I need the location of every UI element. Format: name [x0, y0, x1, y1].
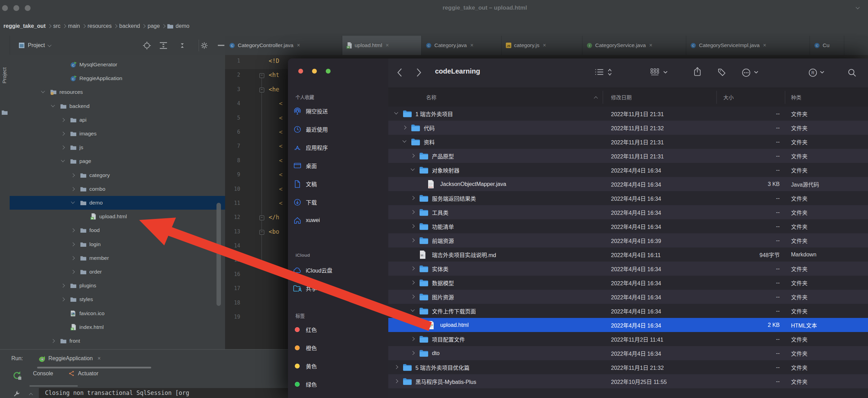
finder-zoom-button[interactable] [326, 69, 331, 74]
breadcrumb-item-page[interactable]: page [147, 23, 160, 29]
tree-item-resources[interactable]: resources [10, 85, 225, 99]
column-date[interactable]: 修改日期 [611, 93, 632, 101]
back-button[interactable] [397, 68, 402, 77]
file-row-瑞吉外卖项目实战说明.md[interactable]: M↓瑞吉外卖项目实战说明.md2022年4月4日 16:11948字节Markd… [388, 247, 868, 262]
tree-item-login[interactable]: login [10, 237, 225, 251]
tree-item-demo[interactable]: demo [10, 196, 225, 210]
view-list-button[interactable] [594, 68, 604, 76]
chevron-right-icon[interactable] [71, 187, 75, 191]
editor-tab-CategoryService.java[interactable]: ICategoryService.java× [582, 36, 686, 55]
r-badge-button[interactable]: R [808, 68, 817, 77]
tree-item-backend[interactable]: backend [10, 99, 225, 113]
sidebar-item-共享[interactable]: 共享 [293, 281, 383, 296]
chevron-down-icon[interactable] [61, 158, 65, 162]
sidebar-item-桌面[interactable]: 桌面 [293, 158, 383, 173]
locate-file-button[interactable] [143, 36, 151, 55]
breadcrumb-item-resources[interactable]: resources [88, 23, 112, 29]
file-row-项目配置文件[interactable]: 项目配置文件2022年11月2日 11:41--文件夹 [388, 332, 868, 346]
chevron-right-icon[interactable] [51, 339, 55, 343]
tree-item-api[interactable]: api [10, 113, 225, 127]
search-icon[interactable] [847, 68, 857, 77]
chevron-right-icon[interactable] [411, 280, 414, 284]
column-divider[interactable] [785, 91, 785, 104]
window-zoom-button[interactable] [25, 5, 31, 11]
tree-scrollbar[interactable] [216, 203, 221, 306]
rerun-button[interactable] [12, 371, 22, 380]
chevron-right-icon[interactable] [411, 295, 414, 298]
file-row-功能清单[interactable]: 功能清单2022年4月4日 16:34--文件夹 [388, 219, 868, 233]
sidebar-item-iCloud云盘[interactable]: iCloud云盘 [293, 263, 383, 277]
file-row-5 瑞吉外卖项目优化篇[interactable]: 5 瑞吉外卖项目优化篇2022年11月1日 21:32--文件夹 [388, 360, 868, 374]
more-actions-button[interactable] [742, 68, 751, 77]
fold-marker-icon[interactable]: − [259, 230, 264, 235]
file-row-实体类[interactable]: 实体类2022年4月4日 16:34--文件夹 [388, 262, 868, 276]
editor-tab-category.js[interactable]: JScategory.js× [502, 36, 582, 55]
finder-close-button[interactable] [298, 69, 303, 74]
chevron-down-icon[interactable] [411, 167, 414, 170]
sidebar-item-xuwei[interactable]: xuwei [293, 213, 383, 228]
close-icon[interactable]: × [297, 42, 300, 48]
forward-button[interactable] [416, 68, 422, 77]
editor-tab-upload.html[interactable]: Hupload.html× [342, 36, 422, 55]
chevron-right-icon[interactable] [61, 146, 65, 150]
tree-item-combo[interactable]: combo [10, 182, 225, 196]
chevron-right-icon[interactable] [71, 242, 75, 246]
finder-minimize-button[interactable] [312, 69, 317, 74]
close-icon[interactable]: × [386, 42, 389, 48]
sidebar-item-隔空投送[interactable]: 隔空投送 [293, 104, 383, 118]
tree-item-images[interactable]: images [10, 127, 225, 141]
chevron-right-icon[interactable] [71, 229, 75, 232]
chevron-down-icon[interactable] [411, 308, 414, 311]
tree-item-js[interactable]: js [10, 141, 225, 154]
column-kind[interactable]: 种类 [791, 93, 801, 101]
file-row-代码[interactable]: 代码2022年11月1日 21:32--文件夹 [388, 121, 868, 135]
chevron-right-icon[interactable] [61, 118, 65, 122]
sidebar-item-黄色[interactable]: 黄色 [293, 359, 383, 373]
project-tool-button[interactable]: Project [1, 67, 7, 84]
file-row-数据模型[interactable]: 数据模型2022年4月4日 16:34--文件夹 [388, 276, 868, 290]
hide-panel-button[interactable] [218, 36, 224, 55]
chevron-right-icon[interactable] [394, 379, 398, 383]
file-row-图片资源[interactable]: 图片资源2022年4月4日 16:34--文件夹 [388, 290, 868, 304]
sidebar-item-文稿[interactable]: 文稿 [293, 177, 383, 191]
file-row-文件上传下载页面[interactable]: 文件上传下载页面2022年4月4日 16:34--文件夹 [388, 304, 868, 318]
close-icon[interactable]: × [98, 355, 101, 362]
tree-item-favicon.ico[interactable]: favicon.ico [10, 307, 225, 320]
tree-item-styles[interactable]: styles [10, 292, 225, 306]
chevron-right-icon[interactable] [411, 154, 414, 157]
sidebar-item-橙色[interactable]: 橙色 [293, 341, 383, 355]
console-output[interactable]: Closing non transactional SqlSession [or… [39, 388, 288, 398]
breadcrumb-item-main[interactable]: main [68, 23, 80, 29]
fold-marker-icon[interactable]: − [259, 88, 264, 92]
tree-item-plugins[interactable]: plugins [10, 279, 225, 292]
view-stepper-icon[interactable] [608, 68, 612, 76]
tree-item-page[interactable]: page [10, 154, 225, 168]
file-row-工具类[interactable]: 工具类2022年4月4日 16:34--文件夹 [388, 205, 868, 219]
breadcrumb-item-reggie_take_out[interactable]: reggie_take_out [3, 23, 46, 29]
run-panel-tab-Actuator[interactable]: Actuator [68, 370, 99, 377]
tree-item-front[interactable]: front [10, 334, 225, 348]
chevron-right-icon[interactable] [394, 365, 398, 369]
chevron-right-icon[interactable] [411, 337, 414, 341]
tag-button[interactable] [717, 68, 726, 77]
run-tabs-scrollbar[interactable] [37, 367, 151, 368]
breadcrumb-item-demo[interactable]: demo [176, 23, 189, 29]
file-row-产品原型[interactable]: 产品原型2022年11月1日 21:31--文件夹 [388, 149, 868, 163]
chevron-down-icon[interactable] [41, 89, 45, 93]
collapse-all-button[interactable] [179, 36, 186, 55]
file-row-黑马程序员-Mybatis-Plus[interactable]: 黑马程序员-Mybatis-Plus2022年10月25日 11:55--文件夹 [388, 374, 868, 388]
editor-tab-CategoryServiceImpl.java[interactable]: CCategoryServiceImpl.java× [686, 36, 810, 55]
settings-gear-button[interactable] [201, 36, 208, 55]
file-row-资料[interactable]: 资料2022年11月1日 21:31--文件夹 [388, 135, 868, 149]
wrench-icon[interactable] [12, 390, 20, 398]
close-icon[interactable]: × [649, 42, 652, 48]
fold-marker-icon[interactable]: − [259, 73, 264, 78]
chevron-down-icon[interactable] [51, 103, 55, 107]
file-row-upload.html[interactable]: upload.html2022年4月4日 16:342 KBHTML文本 [388, 318, 868, 332]
tree-item-food[interactable]: food [10, 223, 225, 237]
chevron-right-icon[interactable] [61, 284, 65, 288]
chevron-right-icon[interactable] [411, 196, 414, 200]
sidebar-item-最近使用[interactable]: 最近使用 [293, 122, 383, 136]
column-divider[interactable] [603, 91, 603, 104]
breadcrumb-item-backend[interactable]: backend [119, 23, 140, 29]
